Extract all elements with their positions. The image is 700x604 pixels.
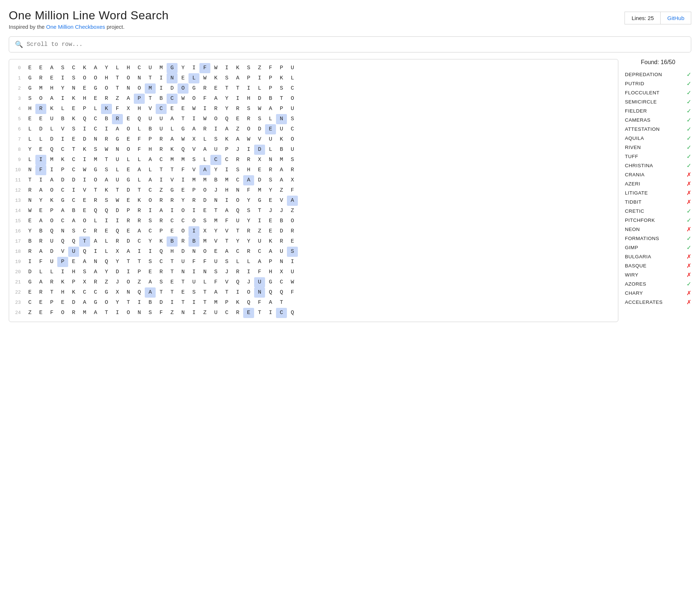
grid-cell[interactable]: A (90, 308, 101, 318)
grid-cell[interactable]: V (79, 185, 90, 196)
grid-cell[interactable]: X (188, 134, 199, 145)
grid-cell[interactable]: U (46, 257, 57, 267)
grid-cell[interactable]: R (156, 196, 167, 206)
grid-cell[interactable]: J (232, 145, 243, 155)
grid-cell[interactable]: U (287, 145, 298, 155)
grid-cell[interactable]: R (199, 124, 210, 134)
grid-cell[interactable]: N (90, 257, 101, 267)
grid-cell[interactable]: U (112, 175, 123, 185)
grid-cell[interactable]: D (199, 196, 210, 206)
grid-cell[interactable]: U (46, 114, 57, 124)
grid-cell[interactable]: S (101, 165, 112, 175)
grid-cell[interactable]: C (210, 155, 221, 165)
grid-cell[interactable]: Y (210, 165, 221, 175)
grid-cell[interactable]: S (90, 145, 101, 155)
grid-cell[interactable]: R (46, 277, 57, 287)
grid-cell[interactable]: L (167, 124, 178, 134)
grid-cell[interactable]: R (90, 226, 101, 236)
grid-cell[interactable]: P (221, 145, 232, 155)
github-button[interactable]: GitHub (660, 12, 691, 24)
grid-cell[interactable]: P (145, 134, 156, 145)
grid-cell[interactable]: B (276, 145, 287, 155)
grid-cell[interactable]: S (101, 196, 112, 206)
grid-cell[interactable]: V (276, 196, 287, 206)
grid-cell[interactable]: R (232, 267, 243, 277)
grid-cell[interactable]: Y (145, 236, 156, 247)
grid-cell[interactable]: U (156, 114, 167, 124)
grid-cell[interactable]: A (167, 134, 178, 145)
grid-cell[interactable]: U (287, 267, 298, 277)
grid-cell[interactable]: X (276, 267, 287, 277)
grid-cell[interactable]: Z (276, 185, 287, 196)
grid-cell[interactable]: L (188, 73, 199, 83)
grid-cell[interactable]: O (243, 124, 254, 134)
grid-cell[interactable]: E (123, 134, 134, 145)
grid-cell[interactable]: Y (178, 196, 188, 206)
grid-cell[interactable]: T (254, 206, 265, 216)
grid-cell[interactable]: L (90, 216, 101, 226)
grid-cell[interactable]: R (232, 104, 243, 114)
grid-cell[interactable]: A (276, 165, 287, 175)
grid-cell[interactable]: R (232, 155, 243, 165)
grid-cell[interactable]: W (178, 134, 188, 145)
grid-cell[interactable]: I (243, 267, 254, 277)
grid-cell[interactable]: Y (24, 226, 35, 236)
grid-cell[interactable]: H (243, 94, 254, 104)
grid-cell[interactable]: B (68, 206, 79, 216)
grid-cell[interactable]: L (24, 155, 35, 165)
grid-cell[interactable]: R (243, 247, 254, 257)
grid-cell[interactable]: Q (134, 287, 145, 298)
grid-cell[interactable]: E (79, 206, 90, 216)
grid-cell[interactable]: C (57, 145, 68, 155)
grid-cell[interactable]: O (123, 124, 134, 134)
grid-cell[interactable]: D (24, 267, 35, 277)
grid-cell[interactable]: E (35, 63, 46, 73)
grid-cell[interactable]: O (188, 216, 199, 226)
grid-cell[interactable]: N (24, 165, 35, 175)
grid-cell[interactable]: O (199, 247, 210, 257)
grid-cell[interactable]: E (178, 73, 188, 83)
grid-cell[interactable]: N (276, 114, 287, 124)
grid-cell[interactable]: D (254, 145, 265, 155)
grid-cell[interactable]: I (254, 73, 265, 83)
grid-cell[interactable]: M (35, 83, 46, 94)
grid-cell[interactable]: T (167, 257, 178, 267)
grid-cell[interactable]: V (188, 145, 199, 155)
grid-cell[interactable]: A (145, 175, 156, 185)
grid-cell[interactable]: T (145, 94, 156, 104)
grid-cell[interactable]: D (123, 236, 134, 247)
grid-cell[interactable]: Q (112, 226, 123, 236)
grid-cell[interactable]: R (112, 236, 123, 247)
grid-cell[interactable]: E (68, 134, 79, 145)
grid-cell[interactable]: B (210, 175, 221, 185)
grid-cell[interactable]: F (287, 185, 298, 196)
grid-cell[interactable]: D (68, 298, 79, 308)
grid-cell[interactable]: E (24, 63, 35, 73)
grid-cell[interactable]: Z (112, 94, 123, 104)
grid-cell[interactable]: S (243, 104, 254, 114)
grid-cell[interactable]: T (46, 287, 57, 298)
grid-cell[interactable]: S (188, 287, 199, 298)
grid-cell[interactable]: M (276, 155, 287, 165)
grid-cell[interactable]: W (243, 134, 254, 145)
grid-cell[interactable]: Q (79, 247, 90, 257)
grid-cell[interactable]: O (123, 145, 134, 155)
grid-cell[interactable]: R (210, 104, 221, 114)
grid-cell[interactable]: Q (68, 236, 79, 247)
grid-cell[interactable]: K (232, 63, 243, 73)
grid-cell[interactable]: K (232, 298, 243, 308)
grid-cell[interactable]: L (243, 257, 254, 267)
grid-cell[interactable]: Z (167, 308, 178, 318)
grid-cell[interactable]: Z (287, 206, 298, 216)
grid-cell[interactable]: M (210, 298, 221, 308)
grid-cell[interactable]: Y (243, 236, 254, 247)
grid-cell[interactable]: E (24, 287, 35, 298)
grid-cell[interactable]: E (167, 226, 178, 236)
grid-cell[interactable]: S (287, 114, 298, 124)
grid-cell[interactable]: O (287, 216, 298, 226)
grid-cell[interactable]: A (134, 226, 145, 236)
grid-cell[interactable]: T (79, 236, 90, 247)
grid-cell[interactable]: O (46, 185, 57, 196)
grid-cell[interactable]: S (287, 155, 298, 165)
grid-cell[interactable]: L (134, 124, 145, 134)
